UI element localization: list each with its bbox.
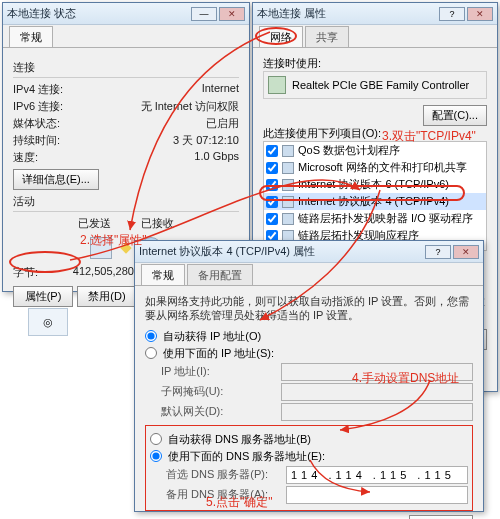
protocol-item-checkbox[interactable]	[266, 145, 278, 157]
titlebar[interactable]: 本地连接 属性 ? ✕	[253, 3, 497, 25]
dialog-title: 本地连接 状态	[7, 6, 189, 21]
dns1-label: 首选 DNS 服务器(P):	[166, 467, 286, 482]
gateway-field	[281, 403, 473, 421]
protocol-item-checkbox[interactable]	[266, 162, 278, 174]
radio-auto-ip-label: 自动获得 IP 地址(O)	[163, 329, 261, 344]
tab-alternate[interactable]: 备用配置	[187, 264, 253, 285]
tab-general[interactable]: 常规	[9, 26, 53, 47]
protocol-icon	[282, 213, 294, 225]
ipv4-label: IPv4 连接:	[13, 82, 63, 97]
adapter-name: Realtek PCIe GBE Family Controller	[292, 79, 469, 91]
configure-button[interactable]: 配置(C)...	[423, 105, 487, 126]
mask-label: 子网掩码(U):	[161, 384, 281, 399]
protocol-item-1[interactable]: Microsoft 网络的文件和打印机共享	[264, 159, 486, 176]
recv-label: 已接收	[141, 216, 174, 231]
section-activity: 活动	[13, 194, 239, 209]
dns1-field[interactable]: 114 .114 .115 .115	[286, 466, 468, 484]
dialog-title: Internet 协议版本 4 (TCP/IPv4) 属性	[139, 244, 423, 259]
disable-button[interactable]: 禁用(D)	[77, 286, 137, 307]
radio-manual-ip[interactable]	[145, 347, 157, 359]
activity-spark-icon	[120, 242, 131, 253]
protocol-item-2[interactable]: Internet 协议版本 6 (TCP/IPv6)	[264, 176, 486, 193]
protocol-item-4[interactable]: 链路层拓扑发现映射器 I/O 驱动程序	[264, 210, 486, 227]
help-button[interactable]: ?	[439, 7, 465, 21]
radio-manual-dns-label: 使用下面的 DNS 服务器地址(E):	[168, 449, 325, 464]
properties-button[interactable]: 属性(P)	[13, 286, 73, 307]
radio-manual-dns[interactable]	[150, 450, 162, 462]
protocol-item-label: Microsoft 网络的文件和打印机共享	[298, 160, 467, 175]
tab-network[interactable]: 网络	[259, 26, 303, 47]
media-label: 媒体状态:	[13, 116, 60, 131]
protocol-item-label: QoS 数据包计划程序	[298, 143, 400, 158]
items-label: 此连接使用下列项目(O):	[263, 126, 487, 141]
advanced-button[interactable]: 高级(V)...	[409, 515, 473, 519]
protocol-item-checkbox[interactable]	[266, 179, 278, 191]
radio-auto-ip[interactable]	[145, 330, 157, 342]
duration-label: 持续时间:	[13, 133, 60, 148]
titlebar[interactable]: Internet 协议版本 4 (TCP/IPv4) 属性 ? ✕	[135, 241, 483, 263]
connect-using-label: 连接时使用:	[263, 56, 487, 71]
media-value: 已启用	[206, 116, 239, 131]
section-connection: 连接	[13, 60, 239, 75]
ipv4-value: Internet	[202, 82, 239, 97]
ipv6-label: IPv6 连接:	[13, 99, 63, 114]
protocol-item-label: Internet 协议版本 6 (TCP/IPv6)	[298, 177, 449, 192]
protocol-item-label: 链路层拓扑发现映射器 I/O 驱动程序	[298, 211, 473, 226]
protocol-icon	[282, 196, 294, 208]
radio-manual-ip-label: 使用下面的 IP 地址(S):	[163, 346, 274, 361]
mask-field	[281, 383, 473, 401]
close-button[interactable]: ✕	[219, 7, 245, 21]
radio-auto-dns[interactable]	[150, 433, 162, 445]
dns2-label: 备用 DNS 服务器(A):	[166, 487, 286, 502]
speed-label: 速度:	[13, 150, 38, 165]
network-icon: ◎	[43, 316, 53, 329]
protocol-item-checkbox[interactable]	[266, 213, 278, 225]
ip-field	[281, 363, 473, 381]
protocol-item-checkbox[interactable]	[266, 196, 278, 208]
radio-auto-dns-label: 自动获得 DNS 服务器地址(B)	[168, 432, 311, 447]
tab-general[interactable]: 常规	[141, 264, 185, 285]
protocol-icon	[282, 145, 294, 157]
ipv6-value: 无 Internet 访问权限	[141, 99, 239, 114]
protocol-item-0[interactable]: QoS 数据包计划程序	[264, 142, 486, 159]
hint-text: 如果网络支持此功能，则可以获取自动指派的 IP 设置。否则，您需要从网络系统管理…	[145, 294, 473, 323]
tab-sharing[interactable]: 共享	[305, 26, 349, 47]
bytes-label: 字节:	[13, 265, 38, 280]
duration-value: 3 天 07:12:10	[173, 133, 239, 148]
titlebar[interactable]: 本地连接 状态 — ✕	[3, 3, 249, 25]
help-button[interactable]: ?	[425, 245, 451, 259]
pc-icon	[90, 237, 112, 259]
protocol-listbox[interactable]: QoS 数据包计划程序Microsoft 网络的文件和打印机共享Internet…	[263, 141, 487, 251]
protocol-item-label: Internet 协议版本 4 (TCP/IPv4)	[298, 194, 449, 209]
sent-bytes: 412,505,280	[73, 265, 134, 280]
adapter-icon	[268, 76, 286, 94]
details-button[interactable]: 详细信息(E)...	[13, 169, 99, 190]
protocol-item-3[interactable]: Internet 协议版本 4 (TCP/IPv4)	[264, 193, 486, 210]
gateway-label: 默认网关(D):	[161, 404, 281, 419]
dns2-field[interactable]	[286, 486, 468, 504]
protocol-icon	[282, 179, 294, 191]
dialog-title: 本地连接 属性	[257, 6, 437, 21]
minimize-button[interactable]: —	[191, 7, 217, 21]
sent-label: 已发送	[78, 216, 111, 231]
protocol-icon	[282, 162, 294, 174]
ipv4-properties-dialog: Internet 协议版本 4 (TCP/IPv4) 属性 ? ✕ 常规 备用配…	[134, 240, 484, 512]
close-button[interactable]: ✕	[467, 7, 493, 21]
ip-label: IP 地址(I):	[161, 364, 281, 379]
speed-value: 1.0 Gbps	[194, 150, 239, 165]
close-button[interactable]: ✕	[453, 245, 479, 259]
